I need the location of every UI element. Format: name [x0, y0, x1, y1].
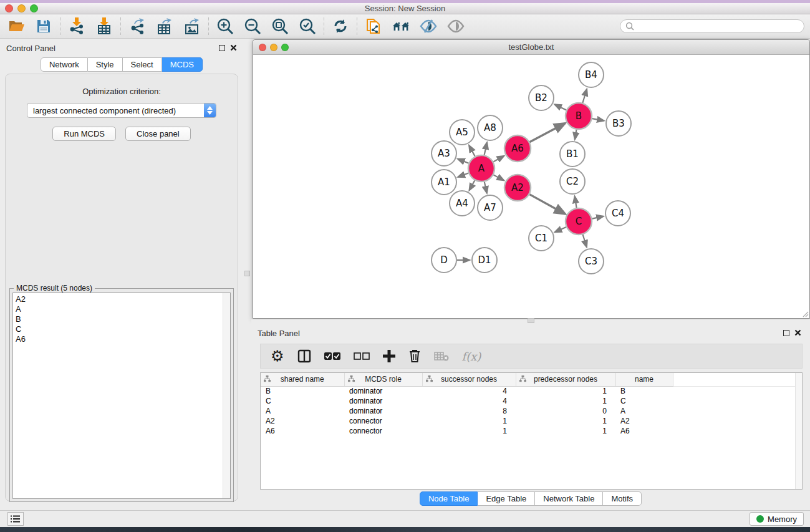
table-cell[interactable]: B: [615, 386, 673, 396]
tab-style[interactable]: Style: [88, 57, 123, 72]
mcds-result-item[interactable]: A6: [16, 334, 223, 344]
table-row[interactable]: A2connector11A2: [261, 416, 802, 426]
table-cell[interactable]: connector: [344, 416, 422, 426]
table-cell[interactable]: B: [261, 386, 344, 396]
graph-node-C3[interactable]: C3: [579, 249, 604, 274]
zoom-fit-icon[interactable]: [271, 17, 289, 35]
memory-button[interactable]: Memory: [750, 512, 804, 526]
graph-node-B2[interactable]: B2: [529, 85, 554, 110]
export-image-icon[interactable]: [183, 17, 201, 35]
edge-A2-C[interactable]: [529, 195, 565, 214]
table-row[interactable]: A6connector11A6: [261, 426, 802, 436]
export-table-icon[interactable]: [156, 17, 173, 35]
vertical-split-divider[interactable]: [243, 39, 251, 510]
save-session-icon[interactable]: [35, 17, 52, 35]
table-scrollbar[interactable]: [795, 373, 802, 489]
close-panel-icon[interactable]: [794, 327, 801, 339]
table-cell[interactable]: 1: [516, 396, 615, 406]
delete-table-icon[interactable]: [434, 351, 449, 361]
edge-A-A5[interactable]: [469, 145, 475, 156]
table-cell[interactable]: dominator: [344, 386, 422, 396]
tab-motifs[interactable]: Motifs: [603, 491, 642, 506]
node-table[interactable]: shared nameMCDS rolesuccessor nodesprede…: [260, 372, 803, 490]
table-cell[interactable]: 1: [516, 386, 615, 396]
edge-A-A3[interactable]: [458, 159, 468, 163]
table-cell[interactable]: A2: [261, 416, 344, 426]
edge-C-C3[interactable]: [583, 235, 587, 247]
toolbar-search-field[interactable]: [620, 19, 804, 33]
graph-node-A6[interactable]: A6: [504, 135, 531, 162]
network-canvas[interactable]: AA1A2A3A4A5A6A7A8BB1B2B3B4CC1C2C3C4DD1: [253, 55, 809, 318]
graph-node-A5[interactable]: A5: [450, 120, 475, 145]
edge-A-A6[interactable]: [493, 156, 504, 162]
delete-column-icon[interactable]: [408, 349, 421, 363]
search-input[interactable]: [637, 22, 799, 31]
tab-network-table[interactable]: Network Table: [535, 491, 603, 506]
graph-node-C1[interactable]: C1: [529, 226, 554, 251]
select-all-checks-icon[interactable]: [324, 352, 340, 360]
edge-C-C2[interactable]: [575, 196, 577, 208]
edge-A6-B[interactable]: [529, 123, 564, 142]
table-cell[interactable]: dominator: [344, 396, 422, 406]
table-cell[interactable]: C: [261, 396, 344, 406]
divider-grip[interactable]: [244, 271, 250, 276]
mcds-result-item[interactable]: A2: [16, 294, 223, 304]
mcds-result-item[interactable]: A: [16, 304, 223, 314]
table-cell[interactable]: A6: [615, 426, 673, 436]
tab-node-table[interactable]: Node Table: [420, 491, 478, 506]
window-resize-handle[interactable]: [803, 311, 809, 317]
table-cell[interactable]: 0: [516, 406, 615, 416]
edge-A-A4[interactable]: [470, 180, 475, 190]
table-cell[interactable]: C: [615, 396, 673, 406]
graph-node-D1[interactable]: D1: [472, 248, 497, 273]
table-cell[interactable]: 8: [422, 406, 516, 416]
edge-C-C1[interactable]: [555, 227, 566, 232]
edge-A-A8[interactable]: [485, 142, 487, 155]
apply-layout-icon[interactable]: [332, 17, 349, 35]
tab-mcds[interactable]: MCDS: [162, 57, 203, 72]
graph-node-A8[interactable]: A8: [478, 115, 503, 140]
function-builder-icon[interactable]: f(x): [462, 350, 481, 363]
table-cell[interactable]: A: [261, 406, 344, 416]
table-cell[interactable]: 4: [422, 386, 516, 396]
column-header-predecessor-nodes[interactable]: predecessor nodes: [516, 373, 615, 386]
graph-node-A2[interactable]: A2: [504, 175, 531, 201]
first-neighbors-icon[interactable]: [392, 17, 410, 35]
graph-node-C2[interactable]: C2: [560, 169, 585, 194]
show-all-icon[interactable]: [447, 17, 465, 35]
float-panel-icon[interactable]: [783, 330, 789, 336]
show-panels-menu-button[interactable]: [7, 512, 24, 526]
hide-selected-icon[interactable]: [420, 17, 437, 35]
graph-node-B[interactable]: B: [566, 103, 592, 129]
tab-select[interactable]: Select: [123, 57, 162, 72]
table-cell[interactable]: 1: [422, 416, 516, 426]
column-header-name[interactable]: name: [615, 373, 673, 386]
new-network-from-selection-icon[interactable]: [365, 17, 382, 35]
network-window-titlebar[interactable]: testGlobe.txt: [253, 40, 809, 55]
import-table-icon[interactable]: [95, 17, 113, 35]
table-cell[interactable]: 4: [422, 396, 516, 406]
graph-node-B4[interactable]: B4: [579, 62, 604, 87]
table-cell[interactable]: 1: [422, 426, 516, 436]
table-settings-icon[interactable]: ⚙: [271, 349, 284, 364]
graph-node-C4[interactable]: C4: [605, 201, 630, 226]
mcds-result-item[interactable]: B: [16, 314, 223, 324]
graph-node-A3[interactable]: A3: [432, 141, 456, 166]
graph-node-D[interactable]: D: [432, 248, 456, 273]
mcds-result-item[interactable]: C: [16, 324, 223, 334]
edge-B-B1[interactable]: [575, 130, 577, 140]
import-network-icon[interactable]: [68, 17, 85, 35]
edge-B-B2[interactable]: [555, 104, 567, 110]
column-header-MCDS-role[interactable]: MCDS role: [344, 373, 422, 386]
table-row[interactable]: Adominator80A: [261, 406, 802, 416]
edge-A-A7[interactable]: [485, 181, 487, 193]
table-row[interactable]: Cdominator41C: [261, 396, 802, 406]
close-panel-icon[interactable]: [230, 42, 237, 54]
criterion-select[interactable]: largest connected component (directed): [27, 103, 216, 118]
edge-C-C4[interactable]: [592, 216, 604, 219]
zoom-out-icon[interactable]: [244, 17, 261, 35]
show-column-panel-icon[interactable]: [297, 349, 311, 363]
deselect-all-checks-icon[interactable]: [354, 352, 370, 360]
table-cell[interactable]: connector: [344, 426, 422, 436]
column-header-successor-nodes[interactable]: successor nodes: [422, 373, 516, 386]
